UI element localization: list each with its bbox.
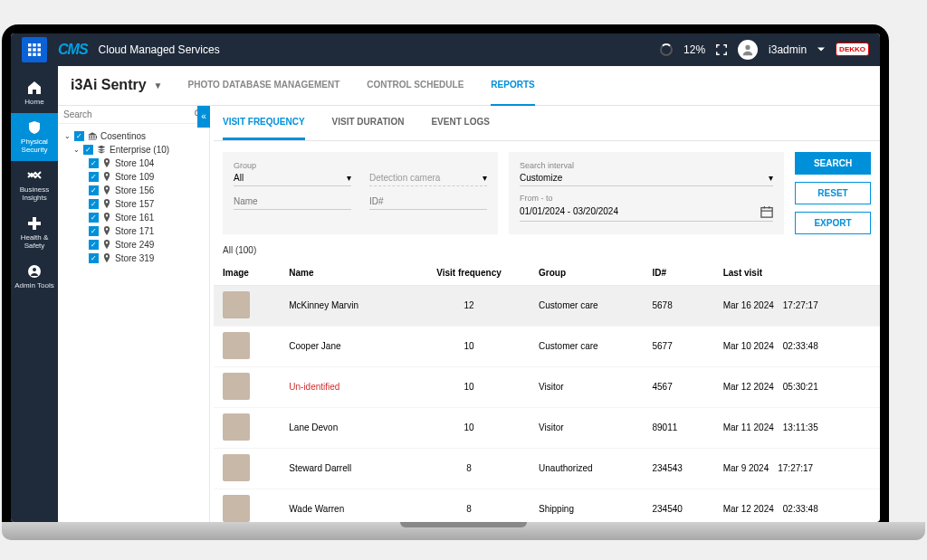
username[interactable]: i3admin <box>769 43 807 56</box>
table-row[interactable]: Wade Warren8Shipping234540Mar 12 202402:… <box>214 489 880 522</box>
svg-point-13 <box>33 268 36 271</box>
tree-store[interactable]: ✓Store 249 <box>89 238 204 252</box>
face-thumbnail <box>223 413 250 441</box>
name-input[interactable] <box>234 194 351 210</box>
subnav-reports[interactable]: REPORTS <box>491 66 534 106</box>
face-thumbnail <box>223 373 250 400</box>
subnav-photo-db[interactable]: PHOTO DATABASE MANAGEMENT <box>188 66 340 106</box>
table-row[interactable]: Steward Darrell8Unauthorized234543Mar 9 … <box>214 448 880 489</box>
face-thumbnail <box>223 332 250 359</box>
table-row[interactable]: Cooper Jane10Customer care5677Mar 10 202… <box>214 326 880 366</box>
svg-rect-6 <box>28 52 32 56</box>
result-count: All (100) <box>214 245 880 261</box>
iconbar-business-insights[interactable]: Business Insights <box>11 161 58 209</box>
iconbar-home[interactable]: Home <box>11 73 58 113</box>
tab-event-logs[interactable]: EVENT LOGS <box>431 106 489 140</box>
date-range-input[interactable]: 01/01/2024 - 03/20/2024 <box>520 203 773 222</box>
brand-subtitle: Cloud Managed Services <box>99 43 220 56</box>
tree-store[interactable]: ✓Store 156 <box>89 184 204 197</box>
dekko-badge[interactable]: DEKKO <box>836 43 869 56</box>
face-thumbnail <box>223 291 250 318</box>
tree-root[interactable]: ⌄✓ Cosentinos <box>63 129 204 143</box>
brand-logo: CMS <box>58 42 88 58</box>
table-row[interactable]: McKinney Marvin12Customer care5678Mar 16… <box>214 285 880 326</box>
svg-point-9 <box>745 44 750 49</box>
search-button[interactable]: SEARCH <box>795 152 871 175</box>
tree-search-input[interactable] <box>63 109 195 119</box>
progress-pct: 12% <box>683 43 705 56</box>
calendar-icon <box>760 205 773 218</box>
fullscreen-icon[interactable] <box>716 44 727 55</box>
iconbar-health-safety[interactable]: Health & Safety <box>11 209 58 257</box>
id-input[interactable] <box>369 194 487 210</box>
tree-store[interactable]: ✓Store 109 <box>89 170 204 184</box>
svg-rect-8 <box>38 52 42 56</box>
tree-store[interactable]: ✓Store 171 <box>89 224 204 238</box>
apps-grid-icon[interactable] <box>22 37 47 62</box>
group-select[interactable]: All▾ <box>234 170 351 186</box>
face-thumbnail <box>223 454 250 481</box>
topbar: CMS Cloud Managed Services 12% i3admin D… <box>11 33 880 66</box>
table-row[interactable]: Lane Devon10Visitor89011Mar 11 202413:11… <box>214 407 880 448</box>
filter-card-right: Search interval Customize▾ From - to 01/… <box>509 152 784 234</box>
tab-visit-duration[interactable]: VISIT DURATION <box>332 106 405 140</box>
tree-group[interactable]: ⌄✓ Enterprise (10) <box>72 143 204 157</box>
results-table: Image Name Visit frequency Group ID# Las… <box>214 261 880 522</box>
camera-select[interactable]: Detection camera▾ <box>369 170 487 186</box>
svg-rect-3 <box>28 48 32 52</box>
subnav-control-schedule[interactable]: CONTROL SCHEDULE <box>367 66 464 106</box>
tab-visit-frequency[interactable]: VISIT FREQUENCY <box>223 106 305 140</box>
page-title: i3Ai Sentry <box>71 77 147 93</box>
svg-rect-4 <box>33 48 36 52</box>
svg-rect-2 <box>38 43 42 47</box>
face-thumbnail <box>223 495 250 522</box>
iconbar-admin-tools[interactable]: Admin Tools <box>11 257 58 297</box>
svg-rect-15 <box>761 207 772 217</box>
reset-button[interactable]: RESET <box>795 182 871 204</box>
iconbar: Home Physical Security Business Insights… <box>11 66 58 522</box>
subheader: i3Ai Sentry ▼ PHOTO DATABASE MANAGEMENT … <box>58 66 880 106</box>
chevron-down-icon[interactable] <box>817 46 825 53</box>
tree-store[interactable]: ✓Store 161 <box>89 211 204 224</box>
chevron-down-icon[interactable]: ▼ <box>154 81 163 90</box>
svg-rect-11 <box>28 222 41 225</box>
iconbar-physical-security[interactable]: Physical Security <box>11 113 58 161</box>
sync-progress-icon <box>660 43 673 56</box>
svg-rect-0 <box>28 43 32 47</box>
svg-rect-7 <box>33 52 36 56</box>
tree-store[interactable]: ✓Store 157 <box>89 197 204 211</box>
interval-select[interactable]: Customize▾ <box>520 170 773 186</box>
table-row[interactable]: Un-identified10Visitor4567Mar 12 202405:… <box>214 366 880 407</box>
tree-panel: « ⌄✓ Cosentinos ⌄✓ <box>58 106 210 522</box>
filter-card-left: Group All▾ Detection camera▾ <box>223 152 498 234</box>
svg-rect-1 <box>33 43 36 47</box>
collapse-handle[interactable]: « <box>197 106 210 128</box>
export-button[interactable]: EXPORT <box>795 212 871 234</box>
svg-rect-5 <box>38 48 42 52</box>
user-avatar[interactable] <box>738 40 758 60</box>
tree-store[interactable]: ✓Store 104 <box>89 157 204 170</box>
tree-store[interactable]: ✓Store 319 <box>89 252 204 265</box>
